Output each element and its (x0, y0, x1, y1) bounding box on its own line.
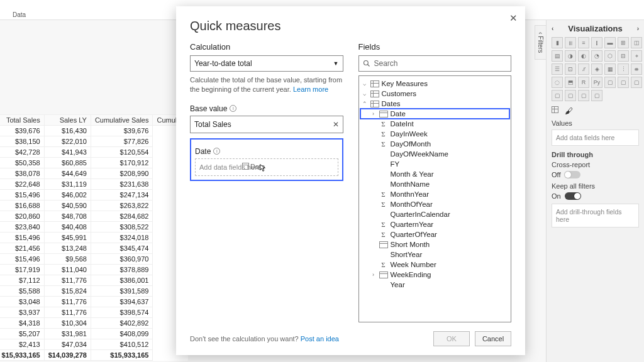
field-monthname[interactable]: MonthName (360, 179, 510, 189)
viz-type-button[interactable]: ◫ (631, 37, 642, 48)
base-value-label: Base valuei (190, 104, 343, 113)
calculation-help: Calculate the total of the base value, s… (190, 75, 343, 94)
viz-type-button[interactable]: ⬡ (604, 50, 616, 62)
table-row: /2019$4,318$10,304$402,892 (0, 318, 188, 329)
field-monthnyear[interactable]: MonthnYear (360, 189, 510, 199)
field-weekending[interactable]: ›WeekEnding (360, 270, 510, 280)
clear-base-value-button[interactable]: ✕ (333, 120, 339, 129)
field-dayofmonth[interactable]: DayOfMonth (360, 139, 510, 149)
viz-type-button[interactable]: ▤ (552, 50, 563, 62)
search-icon (363, 60, 370, 67)
field-monthyear[interactable]: Month & Year (360, 169, 510, 179)
viz-type-button[interactable]: ▦ (604, 63, 616, 75)
table-node-key-measures[interactable]: ⌵Key Measures (360, 79, 510, 89)
table-node-dates[interactable]: ⌃Dates (360, 99, 510, 109)
viz-type-button[interactable]: ⫿ (591, 37, 602, 48)
field-dateint[interactable]: DateInt (360, 119, 510, 129)
cancel-button[interactable]: Cancel (475, 331, 511, 346)
calendar-icon (379, 111, 388, 118)
cross-report-toggle[interactable]: Off (552, 171, 639, 178)
data-table: Total SalesSales LYCumulative SalesCumul… (0, 114, 188, 361)
field-monthofyear[interactable]: MonthOfYear (360, 199, 510, 209)
viz-type-button[interactable]: ▢ (552, 90, 563, 101)
viz-type-button[interactable]: ≡ (578, 37, 589, 48)
viz-type-button[interactable]: ◔ (591, 50, 602, 62)
drill-through-title: Drill through (552, 151, 639, 158)
field-date[interactable]: ›Date (360, 109, 510, 119)
table-row: /2019$21,456$13,248$345,474 (0, 243, 188, 254)
viz-type-button[interactable]: Py (591, 77, 602, 88)
viz-type-button[interactable]: ⊟ (618, 50, 629, 62)
viz-type-button[interactable]: ▢ (591, 90, 602, 101)
ok-button[interactable]: OK (433, 331, 470, 346)
post-idea-link[interactable]: Post an idea (301, 335, 339, 343)
calculation-dropdown[interactable]: Year-to-date total ▼ (190, 55, 343, 72)
field-quarterofyear[interactable]: QuarterOfYear (360, 229, 510, 239)
fields-search[interactable]: Search (358, 55, 512, 72)
values-label: Values (552, 119, 639, 127)
field-dayinweek[interactable]: DayInWeek (360, 129, 510, 139)
viz-type-button[interactable]: ⫼ (565, 37, 576, 48)
viz-type-button[interactable]: ▢ (604, 77, 616, 88)
viz-type-button[interactable]: ⋮ (618, 63, 629, 75)
visualization-picker: ▮⫼≡⫿▬⊞◫▤◑◐◔⬡⊟⌖☰⊡⫽◈▦⋮⩩◌⬒RPy▢▢▢▢▢▢▢ (552, 37, 639, 101)
chevron-right-icon[interactable]: › (637, 25, 639, 32)
table-row: /2019$50,358$60,885$170,912 (0, 158, 188, 168)
info-icon[interactable]: i (213, 148, 220, 155)
viz-type-button[interactable]: ◌ (552, 77, 563, 88)
field-quarternyear[interactable]: QuarternYear (360, 219, 510, 229)
sigma-icon (379, 120, 388, 128)
fields-icon[interactable] (552, 106, 558, 113)
table-row: /2019$15,496$45,991$324,018 (0, 233, 188, 243)
visualizations-pane: ‹ Visualizations › ▮⫼≡⫿▬⊞◫▤◑◐◔⬡⊟⌖☰⊡⫽◈▦⋮⩩… (546, 20, 644, 362)
sigma-icon (379, 140, 388, 148)
field-dayofweekname[interactable]: DayOfWeekName (360, 149, 510, 159)
viz-type-button[interactable]: ☰ (552, 63, 563, 75)
viz-type-button[interactable]: ▢ (631, 77, 642, 88)
table-row: /2019$15,496$46,002$247,134 (0, 190, 188, 200)
close-button[interactable]: ✕ (507, 10, 520, 26)
viz-type-button[interactable]: ⬒ (565, 77, 576, 88)
field-shortyear[interactable]: ShortYear (360, 250, 510, 260)
date-drop-zone[interactable]: Add data fields here Date (195, 158, 338, 176)
info-icon[interactable]: i (230, 105, 236, 112)
base-value-well[interactable]: Total Sales ✕ (190, 116, 343, 133)
viz-type-button[interactable]: ⌖ (631, 50, 642, 62)
viz-type-button[interactable]: ▢ (578, 90, 589, 101)
field-weeknumber[interactable]: Week Number (360, 260, 510, 270)
table-row: /2019$7,112$11,776$386,001 (0, 275, 188, 286)
chevron-left-icon[interactable]: ‹ (552, 25, 553, 32)
keep-filters-toggle[interactable]: On (552, 192, 639, 200)
table-row: /2019$38,078$44,649$208,990 (0, 168, 188, 179)
fields-tree: ⌵Key Measures ⌵Customers ⌃Dates ›Date Da… (358, 75, 512, 322)
format-icon[interactable]: 🖌 (565, 106, 573, 116)
viz-type-button[interactable]: ◐ (578, 50, 589, 62)
drill-through-well[interactable]: Add drill-through fields here (552, 204, 639, 228)
viz-type-button[interactable]: ⫽ (578, 63, 589, 75)
viz-type-button[interactable]: ▮ (552, 37, 563, 48)
field-year[interactable]: Year (360, 280, 510, 290)
sigma-icon (379, 190, 388, 198)
table-node-customers[interactable]: ⌵Customers (360, 89, 510, 99)
viz-type-button[interactable]: ▬ (604, 37, 616, 48)
filters-tab[interactable]: ‹ Filters (535, 25, 546, 60)
values-well[interactable]: Add data fields here (552, 129, 639, 146)
column-header[interactable]: Cumulative Sales (91, 115, 153, 126)
viz-type-button[interactable]: ◈ (591, 63, 602, 75)
table-row: /2019$20,860$48,708$284,682 (0, 211, 188, 222)
viz-type-button[interactable]: ▢ (618, 77, 629, 88)
field-quarterincalendar[interactable]: QuarterInCalendar (360, 209, 510, 219)
viz-type-button[interactable]: ⊞ (618, 37, 629, 48)
column-header[interactable]: Total Sales (0, 115, 44, 126)
learn-more-link[interactable]: Learn more (293, 85, 328, 93)
viz-type-button[interactable]: ◑ (565, 50, 576, 62)
viz-type-button[interactable]: R (578, 77, 589, 88)
viz-type-button[interactable]: ⊡ (565, 63, 576, 75)
viz-type-button[interactable]: ⩩ (631, 63, 642, 75)
table-row: /2019$5,588$15,824$391,589 (0, 286, 188, 297)
column-header[interactable]: Sales LY (44, 115, 91, 126)
chevron-down-icon: ▼ (333, 60, 339, 67)
field-fy[interactable]: FY (360, 159, 510, 169)
viz-type-button[interactable]: ▢ (565, 90, 576, 101)
field-shortmonth[interactable]: Short Month (360, 239, 510, 250)
